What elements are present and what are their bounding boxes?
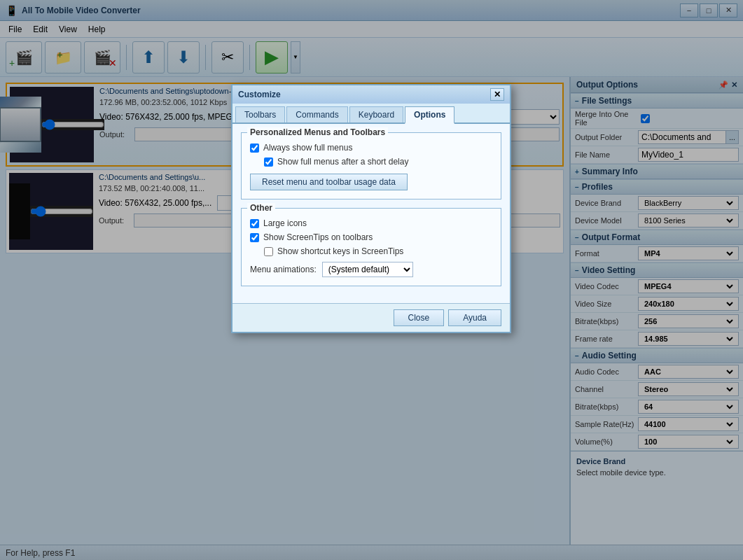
- reset-button[interactable]: Reset menu and toolbar usage data: [250, 174, 408, 190]
- menu-animations-select[interactable]: (System default) None Unfold Slide Fade: [322, 262, 413, 277]
- show-full-menus-label: Show full menus after a short delay: [277, 157, 408, 167]
- customize-dialog: Customize ✕ Toolbars Commands Keyboard O…: [231, 84, 511, 333]
- dialog-title-bar: Customize ✕: [232, 85, 510, 104]
- tab-toolbars[interactable]: Toolbars: [235, 106, 285, 122]
- shortcut-keys-label: Show shortcut keys in ScreenTips: [277, 246, 403, 256]
- always-show-menus-label: Always show full menus: [263, 143, 352, 153]
- personalized-section: Personalized Menus and Toolbars Always s…: [241, 132, 501, 200]
- dialog-footer: Close Ayuda: [232, 303, 510, 332]
- tab-commands[interactable]: Commands: [286, 106, 347, 122]
- show-full-menus-row: Show full menus after a short delay: [250, 157, 492, 167]
- other-section: Other Large icons Show ScreenTips on too…: [241, 208, 501, 286]
- screentips-row: Show ScreenTips on toolbars: [250, 232, 492, 242]
- shortcut-keys-checkbox[interactable]: [264, 247, 273, 256]
- large-icons-row: Large icons: [250, 218, 492, 228]
- always-show-menus-row: Always show full menus: [250, 143, 492, 153]
- modal-overlay: Customize ✕ Toolbars Commands Keyboard O…: [0, 0, 743, 560]
- dialog-tabs: Toolbars Commands Keyboard Options: [232, 104, 510, 124]
- dialog-help-btn[interactable]: Ayuda: [448, 309, 501, 326]
- always-show-menus-checkbox[interactable]: [250, 144, 259, 153]
- dialog-title: Customize: [238, 90, 281, 99]
- other-section-title: Other: [247, 203, 275, 213]
- tab-options[interactable]: Options: [405, 106, 454, 124]
- show-full-menus-checkbox[interactable]: [264, 158, 273, 167]
- large-icons-checkbox[interactable]: [250, 219, 259, 228]
- menu-animations-row: Menu animations: (System default) None U…: [250, 262, 492, 277]
- screentips-checkbox[interactable]: [250, 233, 259, 242]
- large-icons-label: Large icons: [263, 218, 307, 228]
- reset-button-row: Reset menu and toolbar usage data: [250, 174, 492, 190]
- personalized-section-title: Personalized Menus and Toolbars: [247, 127, 388, 137]
- dialog-close-btn[interactable]: Close: [394, 309, 445, 326]
- dialog-content: Personalized Menus and Toolbars Always s…: [232, 124, 510, 303]
- shortcut-keys-row: Show shortcut keys in ScreenTips: [250, 246, 492, 256]
- screentips-label: Show ScreenTips on toolbars: [263, 232, 373, 242]
- tab-keyboard[interactable]: Keyboard: [349, 106, 403, 122]
- dialog-close-button[interactable]: ✕: [490, 88, 504, 101]
- menu-animations-label: Menu animations:: [250, 265, 317, 274]
